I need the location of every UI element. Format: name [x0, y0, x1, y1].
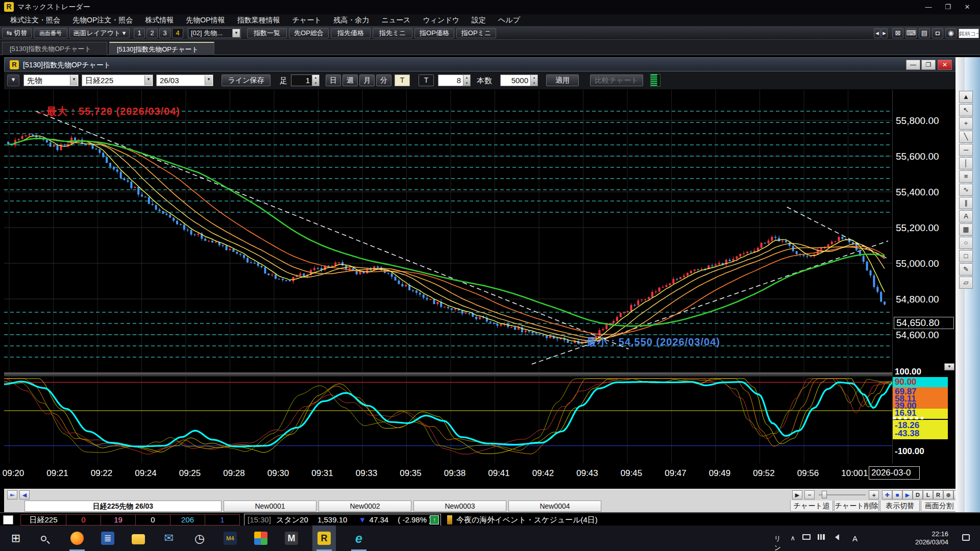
panel-separator[interactable] [4, 372, 955, 377]
eraser-icon[interactable]: ▱ [959, 277, 973, 289]
network-icon[interactable] [818, 534, 825, 540]
pager-right-icon[interactable]: ▸ [881, 28, 888, 38]
mode-l-button[interactable]: L [923, 490, 933, 499]
ime-indicator[interactable]: A [852, 534, 857, 543]
quick-button-0[interactable]: 指数一覧 [247, 28, 287, 38]
camera-icon[interactable]: ◉ [945, 28, 957, 38]
fibonacci-icon[interactable]: ≡ [959, 170, 973, 183]
spinner-arrows-icon[interactable]: ▲▼ [463, 75, 470, 86]
rectangle-icon[interactable]: □ [959, 250, 973, 262]
horizontal-line-icon[interactable]: ─ [959, 144, 973, 156]
pan-tool-icon[interactable]: ✚ [882, 490, 892, 499]
symbol-code-input[interactable] [959, 29, 979, 38]
pager-left-icon[interactable]: ◂ [874, 28, 880, 38]
taskbar-start[interactable]: ⊞ [4, 525, 28, 551]
trend-line-icon[interactable]: ╲ [959, 131, 973, 143]
document-tab-0[interactable]: [5130]指数先物OPチャート [2, 42, 107, 55]
bar-total-spinner[interactable]: 5000▲▼ [500, 74, 538, 86]
screen-number-button[interactable]: 画面番号 [34, 28, 67, 38]
quick-button-5[interactable]: 指OPミニ [456, 28, 496, 38]
bottom-tab-0[interactable]: 日経225先物 26/03 [24, 500, 222, 512]
channel-icon[interactable]: ∥ [959, 197, 973, 209]
main-chart-plot[interactable] [4, 90, 892, 372]
menu-item-10[interactable]: ヘルプ [492, 14, 526, 26]
indicator-scale-dropdown[interactable]: ▼ [944, 363, 954, 370]
ticker-panel[interactable]: [15:30] スタン20 1,539.10 ▼ 47.34 ( -2.98% … [244, 514, 441, 526]
menu-item-7[interactable]: ニュース [375, 14, 416, 26]
bottom-action-1[interactable]: チャート削除 [834, 500, 879, 512]
menu-item-3[interactable]: 先物OP情報 [180, 14, 231, 26]
category-select[interactable]: 先物▼ [23, 74, 79, 86]
bottom-tab-4[interactable]: New0004 [508, 500, 601, 512]
news-headline[interactable]: 今夜の海外イベント・スケジュール(4日) [456, 515, 598, 525]
stop-tool-icon[interactable]: ■ [892, 490, 902, 499]
display-icon[interactable] [802, 534, 811, 540]
window-popup-icon[interactable]: ⊠ [892, 28, 903, 38]
taskbar-search[interactable] [32, 525, 55, 551]
menu-item-6[interactable]: 残高・余力 [327, 14, 375, 26]
play-tool-icon[interactable]: ▶ [902, 490, 913, 499]
ellipse-icon[interactable]: ○ [959, 237, 973, 249]
taskbar-clock[interactable]: 22:16 2026/03/04 [899, 530, 948, 546]
menu-item-0[interactable]: 株式注文・照会 [4, 14, 66, 26]
chart-minimize-button[interactable]: — [906, 60, 920, 70]
quick-button-1[interactable]: 先OP総合 [289, 28, 329, 38]
menu-item-5[interactable]: チャート [286, 14, 327, 26]
scroll-up-icon[interactable]: ▲ [959, 91, 973, 103]
zoom-slider-thumb[interactable] [822, 491, 827, 498]
screen-button-3[interactable]: 3 [159, 28, 170, 38]
maximize-button[interactable]: ❐ [939, 1, 957, 13]
save-lines-button[interactable]: ライン保存 [222, 74, 271, 86]
screen-button-1[interactable]: 1 [134, 28, 145, 38]
chart-restore-button[interactable]: ❐ [921, 60, 936, 70]
zoom-out-button[interactable]: − [804, 490, 815, 499]
screen-button-2[interactable]: 2 [146, 28, 158, 38]
status-checkbox[interactable] [3, 515, 13, 524]
period-button-日[interactable]: 日 [326, 74, 341, 86]
mode-r-button[interactable]: R [933, 490, 943, 499]
speaker-icon[interactable] [835, 534, 839, 540]
spinner-arrows-icon[interactable]: ▲▼ [530, 75, 537, 86]
chevron-up-icon[interactable]: ∧ [790, 534, 795, 542]
screen-button-4[interactable]: 4 [172, 28, 183, 38]
ticker-up-button[interactable]: ↑ [430, 515, 439, 524]
period-button-週[interactable]: 週 [342, 74, 358, 86]
tick-count-spinner[interactable]: 8▲▼ [438, 74, 471, 86]
menu-item-8[interactable]: ウィンドウ [416, 14, 465, 26]
symbol-select[interactable]: 日経225▼ [82, 74, 153, 86]
notification-icon[interactable] [962, 534, 970, 541]
spinner-arrows-icon[interactable]: ▲▼ [312, 75, 319, 86]
taskbar-m-app[interactable]: M [280, 525, 303, 551]
print-icon[interactable]: ▤ [919, 28, 930, 38]
magnifier-icon[interactable]: ⊕ [943, 490, 953, 499]
indicator-list-icon[interactable] [650, 74, 660, 87]
taskbar-clock[interactable]: ◷ [188, 525, 211, 551]
bottom-action-3[interactable]: 画面分割 [921, 500, 958, 512]
quick-button-2[interactable]: 指先価格 [331, 28, 371, 38]
taskbar-monex-trader[interactable]: R [312, 525, 336, 551]
lock-icon[interactable]: ◘ [932, 28, 943, 38]
time-axis[interactable]: 2026-03-0 09:2009:2109:2209:2409:2509:28… [4, 463, 955, 486]
bottom-action-2[interactable]: 表示切替 [880, 500, 920, 512]
menu-item-4[interactable]: 指数業種情報 [231, 14, 286, 26]
scroll-left-icon[interactable]: ◀ [19, 490, 30, 499]
apply-button[interactable]: 適用 [546, 74, 579, 86]
menu-item-1[interactable]: 先物OP注文・照会 [66, 14, 139, 26]
bottom-tab-3[interactable]: New0003 [413, 500, 506, 512]
crosshair-icon[interactable]: + [959, 117, 973, 130]
bottom-action-0[interactable]: チャート追加 [790, 500, 833, 512]
mode-d-button[interactable]: D [913, 490, 923, 499]
contract-select[interactable]: 26/03▼ [156, 74, 213, 86]
preset-dropdown[interactable]: [02] 先物...▼ [188, 28, 241, 38]
taskbar-explorer[interactable] [127, 525, 150, 551]
taskbar-mail[interactable]: ✉ [157, 525, 181, 551]
pencil-icon[interactable]: ✎ [959, 263, 973, 276]
scroll-step-icon[interactable]: ▶ [792, 490, 802, 499]
taskbar-edge[interactable]: e [347, 525, 371, 551]
taskbar-firefox[interactable] [65, 525, 89, 551]
quick-button-3[interactable]: 指先ミニ [373, 28, 412, 38]
close-button[interactable]: ✕ [959, 1, 976, 13]
taskbar-office-hub[interactable] [249, 525, 273, 551]
compare-chart-button[interactable]: 比較チャート [590, 74, 643, 86]
screen-layout-button[interactable]: 画面レイアウト ▾ [69, 28, 130, 38]
